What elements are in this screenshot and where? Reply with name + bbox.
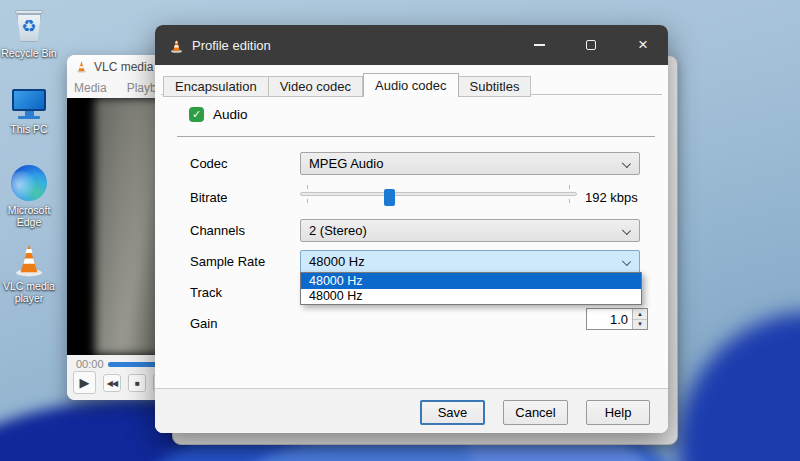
desktop-icon-label: Microsoft Edge	[0, 204, 58, 228]
section-divider	[177, 136, 655, 137]
cancel-button[interactable]: Cancel	[503, 400, 568, 425]
bitrate-slider[interactable]	[300, 192, 577, 196]
close-button[interactable]: ×	[632, 34, 654, 56]
desktop-icon-recycle-bin[interactable]: ♻ Recycle Bin	[0, 8, 58, 59]
desktop-icon-label: Recycle Bin	[0, 47, 58, 59]
edge-icon	[11, 165, 47, 201]
channels-dropdown[interactable]: 2 (Stereo)	[300, 219, 640, 242]
vlc-cone-icon	[169, 38, 184, 53]
codec-dropdown[interactable]: MPEG Audio	[300, 152, 640, 175]
help-button[interactable]: Help	[586, 400, 650, 425]
sample-rate-option-list: 48000 Hz 48000 Hz	[300, 272, 642, 305]
vlc-cone-icon	[11, 241, 47, 277]
maximize-icon	[586, 40, 596, 50]
profile-edition-dialog: Profile edition × Encapsulation Video co…	[155, 25, 668, 433]
tab-audio-codec[interactable]: Audio codec	[363, 73, 459, 97]
desktop-icon-label: VLC media player	[0, 280, 58, 304]
recycle-bin-icon: ♻	[11, 8, 47, 44]
tab-encapsulation[interactable]: Encapsulation	[163, 76, 269, 97]
elapsed-time: 00:00	[76, 358, 104, 370]
stop-button[interactable]: ■	[128, 374, 146, 392]
sample-rate-dropdown[interactable]: 48000 Hz	[300, 250, 640, 273]
tab-video-codec[interactable]: Video codec	[269, 76, 363, 97]
play-button[interactable]: ▶	[73, 371, 96, 394]
tab-bar: Encapsulation Video codec Audio codec Su…	[163, 73, 531, 97]
sample-rate-label: Sample Rate	[190, 254, 265, 269]
gain-label: Gain	[190, 316, 217, 331]
gain-increment-button[interactable]: ▲	[633, 309, 647, 320]
gain-decrement-button[interactable]: ▼	[633, 320, 647, 330]
minimize-button[interactable]	[528, 34, 550, 56]
menu-media[interactable]: Media	[74, 81, 107, 95]
this-pc-icon	[11, 86, 47, 120]
codec-value: MPEG Audio	[309, 156, 383, 171]
dialog-button-strip: Save Cancel Help	[155, 388, 668, 433]
tab-subtitles[interactable]: Subtitles	[459, 76, 532, 97]
audio-enable-row: ✓ Audio	[189, 107, 248, 122]
minimize-icon	[534, 44, 545, 46]
maximize-button[interactable]	[580, 34, 602, 56]
dialog-title: Profile edition	[192, 38, 271, 53]
bitrate-value: 192 kbps	[585, 190, 638, 205]
vlc-cone-icon	[75, 60, 88, 73]
track-label: Track	[190, 285, 222, 300]
gain-spinner[interactable]: 1.0 ▲ ▼	[586, 308, 648, 330]
bitrate-label: Bitrate	[190, 190, 228, 205]
sample-rate-option[interactable]: 48000 Hz	[301, 273, 641, 289]
audio-checkbox[interactable]: ✓	[189, 107, 204, 122]
codec-label: Codec	[190, 156, 228, 171]
chevron-down-icon	[622, 226, 631, 235]
desktop-icon-this-pc[interactable]: This PC	[0, 86, 58, 135]
sample-rate-value: 48000 Hz	[309, 254, 365, 269]
save-button[interactable]: Save	[420, 400, 485, 425]
dialog-titlebar[interactable]: Profile edition ×	[155, 25, 668, 65]
previous-button[interactable]: ◀◀	[103, 374, 121, 392]
chevron-down-icon	[622, 257, 631, 266]
audio-checkbox-label: Audio	[213, 107, 248, 122]
chevron-down-icon	[622, 159, 631, 168]
bitrate-slider-handle[interactable]	[384, 189, 395, 206]
sample-rate-option[interactable]: 48000 Hz	[301, 289, 641, 305]
channels-label: Channels	[190, 223, 245, 238]
desktop-icon-label: This PC	[0, 123, 58, 135]
desktop-icon-vlc[interactable]: VLC media player	[0, 241, 58, 304]
desktop-icon-microsoft-edge[interactable]: Microsoft Edge	[0, 165, 58, 228]
channels-value: 2 (Stereo)	[309, 223, 367, 238]
gain-value: 1.0	[587, 309, 632, 329]
bloom-petal	[678, 312, 800, 461]
